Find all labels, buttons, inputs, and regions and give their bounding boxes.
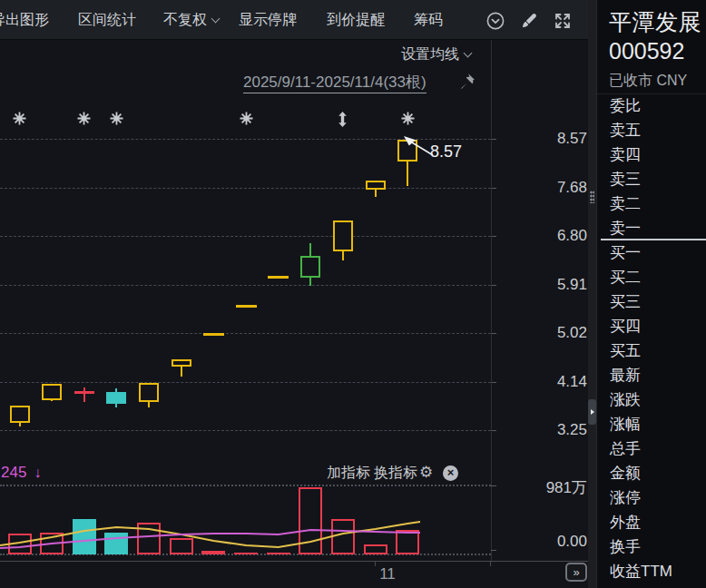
candle-4 bbox=[139, 383, 159, 403]
updown-arrow-marker-icon[interactable] bbox=[337, 112, 350, 126]
expand-icon[interactable] bbox=[553, 11, 573, 31]
quote-row-19[interactable]: 收益TTM bbox=[597, 559, 706, 583]
volume-bar-4 bbox=[137, 523, 161, 554]
candle-5 bbox=[172, 359, 191, 367]
history-circle-chevron-icon[interactable] bbox=[485, 11, 505, 31]
x-axis-label: 11 bbox=[374, 565, 401, 583]
pin-icon[interactable] bbox=[458, 73, 476, 90]
quote-panel: 平潭发展 000592 已收市 CNY 委比卖五卖四卖三卖二卖一买一买二买三买四… bbox=[596, 0, 706, 588]
stock-code: 000592 bbox=[609, 38, 684, 64]
quote-row-14[interactable]: 总手 bbox=[597, 436, 706, 461]
candle-3 bbox=[106, 392, 126, 404]
candle-8 bbox=[268, 276, 289, 279]
volume-bar-2 bbox=[73, 519, 96, 554]
quote-row-0[interactable]: 委比 bbox=[597, 93, 706, 118]
gridline-3.25 bbox=[0, 430, 491, 431]
volume-bar-8 bbox=[267, 553, 290, 554]
quote-row-5[interactable]: 卖一 bbox=[597, 216, 706, 240]
bid-ask-divider bbox=[601, 239, 706, 240]
top-toolbar: 导出图形区间统计不复权显示停牌到价提醒筹码 bbox=[0, 0, 595, 40]
volume-bar-7 bbox=[234, 553, 258, 554]
price-label-7.68: 7.68 bbox=[495, 179, 587, 197]
price-label-6.80: 6.80 bbox=[495, 227, 587, 245]
toolbar-item-2[interactable]: 不复权 bbox=[163, 0, 219, 40]
candle-10 bbox=[333, 220, 353, 251]
toolbar-item-3[interactable]: 显示停牌 bbox=[239, 0, 297, 40]
quote-row-12[interactable]: 涨跌 bbox=[597, 387, 706, 412]
quote-row-17[interactable]: 外盘 bbox=[597, 510, 706, 534]
plot-right-border bbox=[491, 40, 492, 561]
date-range-label[interactable]: 2025/9/11-2025/11/4(33根) bbox=[243, 72, 427, 93]
volume-bar-11 bbox=[364, 544, 387, 554]
gridline-4.14 bbox=[0, 382, 491, 383]
toolbar-item-0[interactable]: 导出图形 bbox=[0, 0, 49, 40]
x-tick-right bbox=[490, 562, 491, 566]
price-label-5.91: 5.91 bbox=[495, 276, 587, 294]
candle-0 bbox=[10, 406, 30, 423]
star-marker-icon[interactable] bbox=[240, 112, 253, 126]
volume-bar-12 bbox=[396, 530, 419, 554]
star-marker-icon[interactable] bbox=[110, 112, 123, 126]
chart-area[interactable]: 设置均线 2025/9/11-2025/11/4(33根) 8.577.686.… bbox=[0, 40, 595, 588]
volume-max-label: 981万 bbox=[495, 477, 587, 498]
candle-wick-2 bbox=[83, 387, 85, 402]
volume-bar-3 bbox=[104, 533, 128, 554]
gridline-5.91 bbox=[0, 285, 491, 286]
volume-bar-9 bbox=[299, 487, 322, 554]
add-indicator-button[interactable]: 加指标 bbox=[327, 464, 370, 483]
quote-row-10[interactable]: 买五 bbox=[597, 338, 706, 363]
quote-row-7[interactable]: 买二 bbox=[597, 265, 706, 289]
price-annotation: 8.57 bbox=[430, 142, 462, 162]
ma-setting-control[interactable]: 设置均线 bbox=[401, 45, 471, 64]
quote-row-18[interactable]: 换手 bbox=[597, 534, 706, 559]
candle-11 bbox=[366, 181, 386, 190]
candle-6 bbox=[203, 333, 224, 336]
volume-bar-0 bbox=[8, 534, 32, 554]
quote-field-list: 委比卖五卖四卖三卖二卖一买一买二买三买四买五最新涨跌涨幅总手金额涨停外盘换手收益… bbox=[597, 93, 706, 583]
quote-row-6[interactable]: 买一 bbox=[597, 240, 706, 265]
candle-7 bbox=[236, 305, 257, 308]
gear-icon[interactable]: ⚙ bbox=[419, 463, 433, 482]
gridline-5.02 bbox=[0, 333, 491, 334]
star-marker-icon[interactable] bbox=[77, 112, 91, 126]
price-label-5.02: 5.02 bbox=[495, 324, 587, 342]
switch-indicator-button[interactable]: 换指标 bbox=[374, 464, 417, 483]
quote-row-2[interactable]: 卖四 bbox=[597, 142, 706, 167]
quote-row-16[interactable]: 涨停 bbox=[597, 485, 706, 510]
quote-row-13[interactable]: 涨幅 bbox=[597, 412, 706, 436]
toolbar-item-1[interactable]: 区间统计 bbox=[78, 0, 136, 40]
candle-2 bbox=[74, 391, 94, 394]
stock-chart-window: { "toolbar": { "items": ["导出图形", "区间统计",… bbox=[0, 0, 706, 588]
volume-zero-label: 0.00 bbox=[495, 533, 587, 551]
quote-row-9[interactable]: 买四 bbox=[597, 314, 706, 338]
indicator-toolbar: 加指标 换指标 ⚙ × bbox=[0, 464, 491, 484]
volume-pane-top-border bbox=[0, 485, 491, 486]
price-label-4.14: 4.14 bbox=[495, 373, 587, 391]
brush-icon[interactable] bbox=[520, 12, 540, 32]
price-label-3.25: 3.25 bbox=[495, 421, 587, 439]
quote-row-11[interactable]: 最新 bbox=[597, 363, 706, 387]
volume-bar-5 bbox=[170, 538, 193, 554]
toolbar-item-4[interactable]: 到价提醒 bbox=[327, 0, 385, 40]
quote-row-1[interactable]: 卖五 bbox=[597, 118, 706, 142]
star-marker-icon[interactable] bbox=[13, 112, 26, 126]
quote-row-4[interactable]: 卖二 bbox=[597, 191, 706, 216]
quote-row-15[interactable]: 金额 bbox=[597, 461, 706, 485]
star-marker-icon[interactable] bbox=[401, 112, 415, 126]
panel-splitter[interactable] bbox=[588, 0, 596, 588]
chevron-down-icon bbox=[211, 15, 221, 24]
quote-row-8[interactable]: 买三 bbox=[597, 289, 706, 314]
close-indicator-icon[interactable]: × bbox=[443, 466, 458, 481]
scroll-right-button[interactable]: » bbox=[565, 563, 587, 582]
volume-bar-10 bbox=[331, 519, 355, 554]
splitter-collapse-handle[interactable] bbox=[588, 399, 596, 425]
candle-1 bbox=[42, 384, 62, 400]
market-status: 已收市 CNY bbox=[609, 72, 687, 91]
splitter-grip-icon[interactable] bbox=[590, 191, 594, 203]
x-axis-line bbox=[0, 561, 595, 562]
gridline-7.68 bbox=[0, 188, 491, 189]
annotation-arrow-icon bbox=[400, 133, 435, 159]
toolbar-item-5[interactable]: 筹码 bbox=[414, 0, 443, 40]
volume-bar-6 bbox=[201, 551, 225, 554]
quote-row-3[interactable]: 卖三 bbox=[597, 167, 706, 191]
